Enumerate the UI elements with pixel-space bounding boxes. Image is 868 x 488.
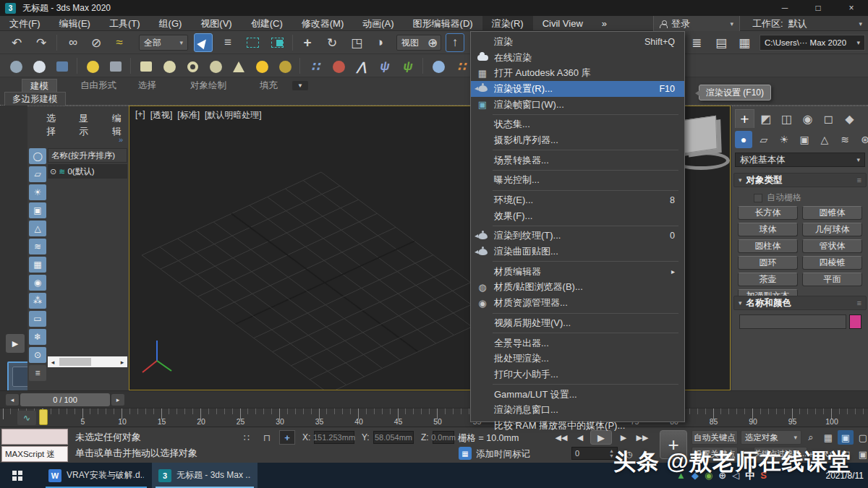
ribbon-tab-selection[interactable]: 选择 xyxy=(130,79,164,92)
explorer-flyout-button[interactable]: ▶ xyxy=(6,334,25,353)
render-menu-item-14[interactable]: 效果(F)... xyxy=(471,208,684,224)
menubar-item-1[interactable]: 编辑(E) xyxy=(50,16,100,31)
render-production-teapot-icon[interactable] xyxy=(7,58,25,75)
menubar-item-3[interactable]: 组(G) xyxy=(150,16,192,31)
particles-filter-icon[interactable]: ⁂ xyxy=(29,293,46,309)
render-menu-item-11[interactable]: 曝光控制... xyxy=(471,173,684,189)
unlink-selection-icon[interactable]: ⊘ xyxy=(87,33,106,52)
object-name-field[interactable] xyxy=(739,314,846,329)
select-and-link-icon[interactable]: ∞ xyxy=(64,33,82,52)
start-button[interactable] xyxy=(0,463,35,488)
viewport-menu-pov[interactable]: [透视] xyxy=(150,109,173,121)
render-menu-item-7[interactable]: 摄影机序列器... xyxy=(471,132,684,148)
render-menu-item-31[interactable]: 比较 RAM 播放器中的媒体(P)... xyxy=(471,418,684,434)
maximize-button[interactable]: □ xyxy=(801,0,835,16)
window-crossing-icon[interactable] xyxy=(268,33,286,52)
render-menu-item-20[interactable]: ◍材质/贴图浏览器(B)... xyxy=(471,280,684,296)
space-warps-category-icon[interactable]: ≋ xyxy=(836,131,854,148)
bind-to-space-warp-icon[interactable]: ≈ xyxy=(110,33,129,52)
render-in-cloud-icon[interactable] xyxy=(30,58,48,75)
zoom-extents-icon[interactable]: ▣ xyxy=(838,430,854,445)
taskbar-task-wps[interactable]: W VRAY安装与破解.d... xyxy=(42,463,150,488)
render-menu-item-27[interactable]: 打印大小助手... xyxy=(471,367,684,382)
menubar-item-4[interactable]: 视图(V) xyxy=(191,16,241,31)
compound-object-icon[interactable] xyxy=(330,58,347,75)
autogrid-checkbox[interactable] xyxy=(754,194,762,202)
time-slider-marker[interactable] xyxy=(39,409,48,425)
minimize-button[interactable]: ─ xyxy=(768,0,801,16)
transform-type-in-icon[interactable]: + xyxy=(279,430,295,445)
layer-manager-icon[interactable]: ▤ xyxy=(712,33,731,52)
project-folder-dropdown[interactable]: C:\Users\··· Max 2020 ▾ xyxy=(760,35,865,51)
menubar-item-2[interactable]: 工具(T) xyxy=(100,16,150,31)
light-icon[interactable] xyxy=(84,58,101,75)
motion-tab-icon[interactable]: ◉ xyxy=(798,109,817,128)
list-view-icon[interactable]: ≡ xyxy=(29,365,46,381)
render-menu-item-1[interactable]: 在线渲染 xyxy=(471,50,684,66)
render-menu-item-26[interactable]: 批处理渲染... xyxy=(471,351,684,367)
geometry-type-dropdown[interactable]: 标准基本体 ▾ xyxy=(735,153,865,167)
object-type-rollout[interactable]: ▾ 对象类型 ≡ xyxy=(733,173,867,187)
planes-filter-icon[interactable]: ▭ xyxy=(29,311,46,327)
ribbon-tab-freeform[interactable]: 自由形式 xyxy=(72,79,124,92)
y-coordinate-field[interactable]: 58.054mm xyxy=(373,431,414,444)
workspace-selector[interactable]: 工作区: 默认 ▾ xyxy=(752,16,867,31)
teapot-primitive-icon[interactable] xyxy=(207,58,224,75)
redo-icon[interactable]: ↷ xyxy=(32,33,51,52)
use-pivot-point-icon[interactable]: ⊕ xyxy=(423,33,442,52)
taskbar-task-3dsmax[interactable]: 3 无标题 - 3ds Max ... xyxy=(152,463,258,488)
menubar-item-9[interactable]: 渲染(R) xyxy=(482,16,533,31)
add-time-tag-label[interactable]: 添加时间标记 xyxy=(476,448,530,461)
bones-filter-icon[interactable]: ◉ xyxy=(29,275,46,291)
ribbon-tab-populate[interactable]: 填充 xyxy=(252,79,286,92)
track-bar[interactable]: ∿ 05101520253035404550556065707580859095… xyxy=(0,408,868,427)
render-menu-item-3[interactable]: 渲染设置(R)...F10 xyxy=(471,81,684,97)
object-color-swatch[interactable] xyxy=(849,314,861,329)
ribbon-tab-object-paint[interactable]: 对象绘制 xyxy=(182,79,234,92)
helpers-category-icon[interactable]: △ xyxy=(816,131,833,148)
maxscript-mini-listener[interactable] xyxy=(1,429,68,445)
torus-primitive-icon[interactable] xyxy=(184,58,201,75)
menubar-item-0[interactable]: 文件(F) xyxy=(0,16,50,31)
polygon-modeling-panel-tab[interactable]: 多边形建模 xyxy=(4,92,66,106)
next-frame-icon[interactable]: ▸ xyxy=(111,394,124,406)
geometry-filter-icon[interactable]: ▦ xyxy=(29,257,46,273)
ribbon-tab-modeling[interactable]: 建模 xyxy=(22,79,57,92)
select-and-place-icon[interactable]: ◑ xyxy=(370,33,389,52)
display-all-filter-icon[interactable]: ◯ xyxy=(29,148,46,164)
systems-category-icon[interactable]: ⊛ xyxy=(856,131,868,148)
menubar-item-5[interactable]: 创建(C) xyxy=(242,16,292,31)
select-object-button[interactable] xyxy=(194,33,213,52)
select-by-name-icon[interactable]: ≡ xyxy=(218,33,237,52)
select-and-rotate-icon[interactable]: ↻ xyxy=(323,33,341,52)
menubar-item-8[interactable]: 图形编辑器(D) xyxy=(404,16,482,31)
select-and-scale-icon[interactable]: ◳ xyxy=(347,33,366,52)
lights-filter-icon[interactable]: ☀ xyxy=(29,184,46,200)
utilities-tab-icon[interactable]: ◆ xyxy=(840,109,859,128)
scene-explorer-toggle-icon[interactable]: ▦ xyxy=(735,33,754,52)
modify-tab-icon[interactable]: ◩ xyxy=(756,109,775,128)
explorer-scrollbar[interactable]: ◂ ▸ xyxy=(48,356,127,367)
layer-row[interactable]: ⊙ ≋ 0(默认) xyxy=(48,164,127,179)
cone-primitive-icon[interactable] xyxy=(230,58,247,75)
explorer-overflow-icon[interactable]: » xyxy=(119,135,123,144)
box-primitive-icon[interactable] xyxy=(137,58,155,75)
viewport-menu-standard[interactable]: [标准] xyxy=(177,109,200,121)
geometry-category-icon[interactable]: ● xyxy=(735,131,752,148)
render-menu-item-30[interactable]: 渲染消息窗口... xyxy=(471,402,684,418)
auto-key-button[interactable]: 自动关键点 xyxy=(692,430,738,445)
menubar-item-11[interactable]: » xyxy=(592,16,616,31)
sun-light-icon[interactable] xyxy=(253,58,271,75)
undo-icon[interactable]: ↶ xyxy=(7,33,26,52)
explorer-menu-select[interactable]: 选择 xyxy=(46,112,63,138)
object-type-button-1[interactable]: 圆锥体 xyxy=(802,206,862,220)
object-type-button-8[interactable]: 茶壶 xyxy=(738,273,798,286)
select-and-move-icon[interactable]: + xyxy=(298,33,317,52)
isolate-selection-icon[interactable]: ∷ xyxy=(239,430,255,445)
object-type-button-4[interactable]: 圆柱体 xyxy=(738,239,798,253)
viewport-menu-shading[interactable]: [默认明暗处理] xyxy=(205,109,262,121)
shapes-filter-icon[interactable]: ▱ xyxy=(29,166,46,182)
display-tab-icon[interactable]: ◻ xyxy=(819,109,838,128)
object-type-button-7[interactable]: 四棱锥 xyxy=(802,256,862,270)
object-type-button-6[interactable]: 圆环 xyxy=(738,256,798,270)
